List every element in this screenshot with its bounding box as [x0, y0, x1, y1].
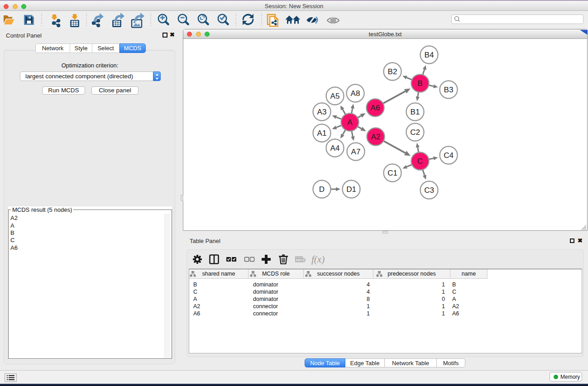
svg-text:A7: A7 — [351, 148, 361, 156]
svg-text:A: A — [347, 118, 353, 127]
svg-text:A4: A4 — [330, 144, 340, 152]
svg-text:C: C — [417, 157, 423, 166]
svg-text:A8: A8 — [351, 89, 360, 98]
svg-text:A5: A5 — [330, 92, 340, 100]
svg-text:B4: B4 — [425, 51, 434, 59]
svg-text:A6: A6 — [371, 104, 380, 112]
svg-text:B1: B1 — [411, 108, 420, 116]
svg-text:C4: C4 — [444, 151, 454, 160]
svg-text:A1: A1 — [317, 129, 327, 138]
svg-text:A2: A2 — [371, 133, 381, 141]
svg-text:C3: C3 — [424, 186, 434, 195]
svg-text:C2: C2 — [410, 128, 420, 137]
svg-text:B: B — [417, 79, 422, 88]
svg-text:f(x): f(x) — [311, 254, 325, 265]
svg-text:A3: A3 — [317, 108, 327, 116]
svg-text:D: D — [319, 185, 325, 194]
svg-text:D1: D1 — [346, 185, 356, 194]
svg-text:B2: B2 — [388, 67, 397, 76]
svg-text:B3: B3 — [444, 86, 454, 94]
svg-text:C1: C1 — [387, 169, 397, 177]
